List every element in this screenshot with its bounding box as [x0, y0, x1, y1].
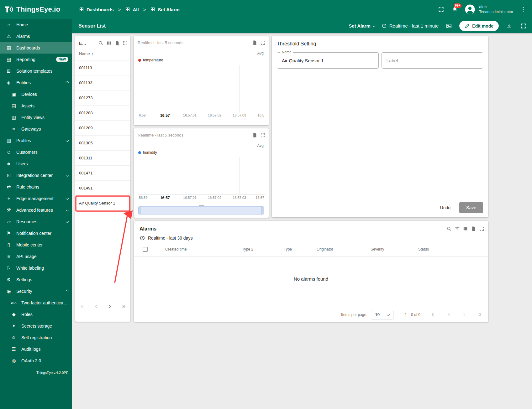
- app-logo[interactable]: ThingsEye.io: [0, 4, 74, 14]
- breadcrumb-item[interactable]: Dashboards: [79, 7, 114, 12]
- dashboard-state-select[interactable]: Set Alarm: [349, 23, 375, 28]
- sidebar-item-entities[interactable]: ◈Entities: [0, 77, 72, 88]
- export-file-icon[interactable]: [250, 39, 259, 47]
- sidebar-item-home[interactable]: ⌂Home: [0, 19, 72, 30]
- entity-row[interactable]: 001471: [75, 166, 130, 181]
- entity-row[interactable]: 001289: [75, 121, 130, 136]
- column-header-originator[interactable]: Originator: [317, 247, 371, 251]
- sidebar-item-solution-templates[interactable]: ⊞Solution templates: [0, 65, 72, 77]
- save-button[interactable]: Save: [459, 202, 483, 213]
- alarms-timewindow-button[interactable]: Realtime - last 30 days: [134, 233, 488, 242]
- entity-row[interactable]: 001113: [75, 60, 130, 75]
- prev-page-icon[interactable]: [445, 311, 453, 319]
- sidebar-item-gateways[interactable]: ⌗Gateways: [0, 123, 72, 135]
- sidebar-item-rule-chains[interactable]: ⇄Rule chains: [0, 181, 72, 193]
- alarms-empty-state: No alarms found: [134, 256, 488, 301]
- sidebar-item-edge-management[interactable]: ⌖Edge management: [0, 193, 72, 204]
- notifications-button[interactable]: 99+: [450, 5, 460, 14]
- entity-row[interactable]: 001311: [75, 151, 130, 166]
- fullscreen-widget-icon[interactable]: [259, 131, 267, 139]
- export-file-icon[interactable]: [469, 225, 477, 233]
- fullscreen-widget-icon[interactable]: [121, 39, 129, 47]
- sidebar-item-white-labeling[interactable]: ⚐White labeling: [0, 262, 72, 274]
- chart-timewindow[interactable]: Realtime - last 5 seconds: [138, 131, 250, 137]
- sidebar-item-assets[interactable]: ▤Assets: [0, 100, 72, 111]
- entity-row[interactable]: 001133: [75, 75, 130, 91]
- column-header-type-2[interactable]: Type 2: [242, 247, 284, 251]
- sidebar-item-audit-logs[interactable]: ☰Audit logs: [0, 343, 72, 355]
- entity-row[interactable]: 001491: [75, 181, 130, 196]
- kebab-menu-icon[interactable]: ⋮: [518, 6, 528, 13]
- next-page-icon[interactable]: [460, 311, 468, 319]
- first-page-icon[interactable]: [430, 311, 438, 319]
- breadcrumb-item[interactable]: All: [125, 7, 139, 12]
- image-export-icon[interactable]: [445, 22, 453, 30]
- sidebar-item-integrations-center[interactable]: ⊡Integrations center: [0, 169, 72, 181]
- edit-mode-button[interactable]: Edit mode: [459, 21, 499, 31]
- items-per-page-select[interactable]: 10: [371, 310, 393, 319]
- column-header-type[interactable]: Type: [284, 247, 317, 251]
- undo-button[interactable]: Undo: [436, 202, 454, 213]
- first-page-icon[interactable]: [79, 302, 87, 310]
- sidebar-item-label: Profiles: [16, 138, 64, 143]
- export-file-icon[interactable]: [113, 39, 121, 47]
- download-icon[interactable]: [505, 22, 513, 30]
- entity-row[interactable]: 001305: [75, 136, 130, 151]
- range-grip-handle[interactable]: [199, 204, 204, 206]
- sidebar-item-secrets-storage[interactable]: ✦Secrets storage: [0, 320, 72, 332]
- column-header-created-time[interactable]: Created time↓: [165, 247, 242, 251]
- legend-item-humidity[interactable]: humidity: [138, 150, 157, 155]
- search-icon[interactable]: [445, 225, 453, 233]
- label-field[interactable]: Label: [382, 52, 483, 69]
- sidebar-item-users[interactable]: ☻Users: [0, 158, 72, 169]
- select-all-checkbox[interactable]: [143, 247, 148, 252]
- entity-row[interactable]: 001288: [75, 106, 130, 121]
- sidebar-item-resources[interactable]: ▱Resources: [0, 216, 72, 227]
- sidebar-item-customers[interactable]: ☺Customers: [0, 146, 72, 158]
- sidebar-item-notification-center[interactable]: ⚑Notification center: [0, 227, 72, 239]
- legend-item-temperature[interactable]: temperature: [138, 58, 163, 62]
- sidebar-item-oauth-2-0[interactable]: ◎OAuth 2.0: [0, 355, 72, 366]
- sidebar-item-api-usage[interactable]: ≡API usage: [0, 251, 72, 262]
- breadcrumb-item[interactable]: Set Alarm: [150, 7, 179, 12]
- range-handle-right[interactable]: [261, 206, 264, 215]
- entity-row-selected[interactable]: Air Quality Sensor 1: [75, 196, 130, 211]
- sidebar-item-roles[interactable]: ◆Roles: [0, 308, 72, 320]
- name-field[interactable]: Name Air Quality Sensor 1: [277, 52, 379, 69]
- sidebar-item-dashboards[interactable]: ▦Dashboards: [0, 42, 72, 54]
- sidebar-item-advanced-features[interactable]: ⚒Advanced features: [0, 204, 72, 216]
- sidebar-item-alarms[interactable]: ⚠Alarms: [0, 30, 72, 42]
- last-page-icon[interactable]: [119, 302, 127, 310]
- chart-timewindow[interactable]: Realtime - last 5 seconds: [138, 39, 250, 45]
- sidebar-item-devices[interactable]: ▣Devices: [0, 88, 72, 100]
- sidebar-item-two-factor-authenticati[interactable]: 2FATwo-factor authenticati…: [0, 297, 72, 308]
- column-header-severity[interactable]: Severity: [371, 247, 418, 251]
- filter-icon[interactable]: [453, 225, 461, 233]
- sidebar-item-reporting[interactable]: ▤ReportingNEW: [0, 54, 72, 65]
- prev-page-icon[interactable]: [92, 302, 100, 310]
- sidebar-item-mobile-center[interactable]: ▯Mobile center: [0, 239, 72, 251]
- fullscreen-dashboard-icon[interactable]: [519, 22, 528, 30]
- last-page-icon[interactable]: [475, 311, 483, 319]
- range-handle-left[interactable]: [138, 206, 141, 215]
- columns-icon[interactable]: [461, 225, 469, 233]
- sidebar-item-security[interactable]: ◉Security: [0, 285, 72, 297]
- sidebar-item-self-registration[interactable]: ☺Self registration: [0, 332, 72, 343]
- sidebar-item-profiles[interactable]: ▧Profiles: [0, 135, 72, 146]
- time-range-selector[interactable]: [138, 206, 264, 215]
- next-page-icon[interactable]: [105, 302, 113, 310]
- sidebar-item-settings[interactable]: ⚙Settings: [0, 274, 72, 285]
- entity-row[interactable]: 001273: [75, 91, 130, 106]
- column-header-status[interactable]: Status: [418, 247, 485, 251]
- column-header-name[interactable]: Name ↑: [75, 47, 130, 60]
- search-icon[interactable]: [97, 39, 105, 47]
- export-file-icon[interactable]: [250, 131, 259, 139]
- avatar[interactable]: [465, 4, 475, 15]
- sidebar-item-entity-views[interactable]: ▥Entity views: [0, 111, 72, 123]
- fullscreen-icon[interactable]: [437, 5, 445, 13]
- timewindow-button[interactable]: Realtime - last 1 minute: [382, 23, 439, 28]
- fullscreen-widget-icon[interactable]: [259, 39, 267, 47]
- columns-icon[interactable]: [105, 39, 113, 47]
- fullscreen-widget-icon[interactable]: [477, 225, 486, 233]
- user-info[interactable]: alec Tenant administrator: [479, 4, 513, 14]
